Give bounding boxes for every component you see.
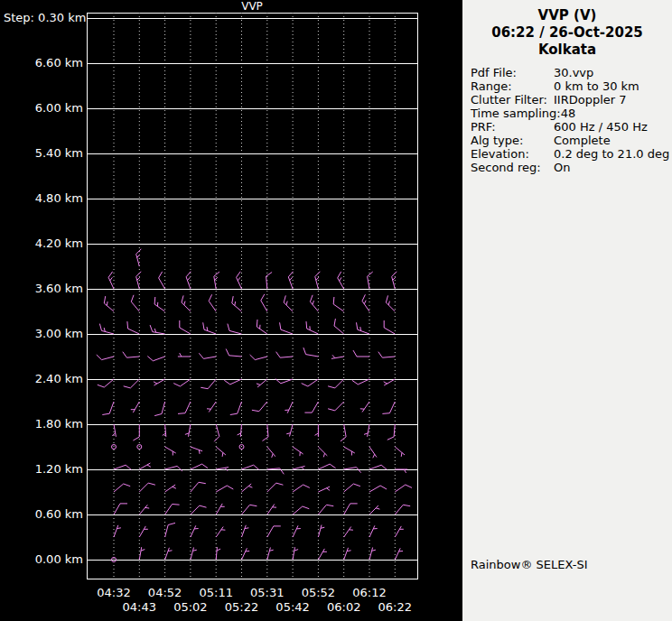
wind-barb bbox=[237, 272, 242, 289]
wind-barb bbox=[344, 484, 360, 492]
wind-barb bbox=[285, 402, 293, 413]
wind-barb bbox=[303, 348, 319, 357]
wind-barb bbox=[242, 505, 257, 514]
wind-barb bbox=[293, 506, 309, 514]
field-value: On bbox=[554, 161, 570, 174]
field-label: Second reg: bbox=[471, 161, 554, 174]
field-value: IIRDoppler 7 bbox=[554, 93, 627, 107]
wind-barb bbox=[191, 525, 199, 537]
field-row: Alg type:Complete bbox=[471, 134, 668, 147]
wind-barb bbox=[182, 295, 191, 311]
wind-barb bbox=[214, 424, 219, 441]
x-tick-label: 06:02 bbox=[327, 600, 360, 614]
field-label: Pdf File: bbox=[471, 66, 554, 79]
y-tick-label: 1.20 km bbox=[35, 462, 83, 476]
wind-barb bbox=[165, 485, 176, 492]
wind-barb bbox=[173, 379, 191, 386]
wind-barb bbox=[165, 505, 180, 515]
wind-barb bbox=[360, 402, 369, 412]
wind-barb bbox=[284, 295, 293, 311]
wind-barb bbox=[191, 505, 207, 514]
wind-barb bbox=[228, 324, 242, 334]
wind-barb bbox=[230, 402, 242, 415]
wind-barb bbox=[209, 294, 216, 311]
wind-barb bbox=[112, 424, 116, 437]
wind-barb bbox=[139, 483, 155, 492]
wind-barb bbox=[139, 505, 149, 514]
wind-barb bbox=[392, 272, 397, 289]
wind-barb bbox=[250, 355, 267, 360]
field-row: Second reg:On bbox=[471, 161, 668, 174]
wind-barb bbox=[318, 464, 335, 469]
wind-barb bbox=[98, 379, 114, 387]
wind-barb bbox=[261, 294, 267, 311]
wind-barb bbox=[267, 483, 284, 492]
wind-barb bbox=[232, 296, 242, 311]
wind-barb bbox=[178, 353, 191, 357]
chart-title: VVP bbox=[241, 0, 263, 13]
wind-barb bbox=[276, 352, 294, 358]
wind-barb bbox=[242, 548, 250, 560]
field-label: Elevation: bbox=[471, 147, 554, 161]
wind-barb bbox=[328, 379, 344, 388]
x-tick-label: 04:43 bbox=[123, 600, 156, 614]
field-value: 0.2 deg to 21.0 deg bbox=[554, 147, 669, 161]
x-tick-label: 04:32 bbox=[97, 586, 130, 599]
wind-barb bbox=[382, 402, 395, 413]
y-tick-label: 1.80 km bbox=[35, 417, 83, 431]
wind-barb bbox=[395, 505, 410, 514]
wind-barb bbox=[163, 424, 166, 437]
field-label: PRF: bbox=[471, 120, 554, 134]
wind-barb bbox=[369, 548, 376, 561]
wind-barb bbox=[203, 322, 217, 334]
wind-barb bbox=[216, 447, 226, 457]
field-row: Pdf File:30.vvp bbox=[471, 66, 668, 79]
wind-barb bbox=[341, 424, 346, 441]
wind-barb bbox=[238, 424, 242, 437]
wind-barb bbox=[333, 297, 344, 311]
wind-barb bbox=[395, 548, 403, 560]
wind-barb bbox=[267, 505, 276, 515]
wind-barb bbox=[378, 352, 396, 358]
wind-barb bbox=[263, 424, 269, 441]
wind-barb bbox=[191, 464, 208, 469]
wind-barb bbox=[267, 548, 274, 561]
wind-barb bbox=[216, 486, 233, 492]
wind-barb bbox=[364, 424, 369, 437]
wind-barb bbox=[216, 547, 220, 560]
wind-barb bbox=[99, 324, 114, 334]
field-row: PRF:600 Hz / 450 Hz bbox=[471, 120, 668, 134]
wind-barb bbox=[216, 504, 225, 514]
wind-barb bbox=[338, 272, 344, 289]
wind-barb bbox=[136, 272, 142, 289]
y-tick-label: 6.00 km bbox=[35, 101, 83, 115]
wind-barb bbox=[395, 447, 405, 457]
wind-barb bbox=[293, 447, 303, 456]
chart-frame bbox=[87, 13, 417, 579]
wind-barb bbox=[114, 525, 121, 537]
wind-barb bbox=[242, 525, 249, 537]
wind-barb bbox=[387, 424, 396, 440]
wind-barb bbox=[386, 295, 395, 311]
wind-barb bbox=[318, 447, 327, 457]
field-value: 0 km to 30 km bbox=[554, 79, 639, 93]
wind-barb bbox=[214, 272, 219, 289]
x-tick-label: 05:02 bbox=[173, 600, 207, 614]
step-label: Step: 0.30 km bbox=[4, 11, 86, 24]
wind-barb bbox=[328, 402, 344, 411]
wind-barb bbox=[139, 526, 148, 537]
vvp-chart: Step: 0.30 km6.60 km6.00 km5.40 km4.80 k… bbox=[0, 0, 462, 621]
field-value: 600 Hz / 450 Hz bbox=[554, 120, 648, 134]
wind-barb bbox=[180, 320, 191, 334]
wind-barb bbox=[178, 402, 191, 413]
wind-barb bbox=[139, 463, 151, 469]
wind-barb bbox=[191, 482, 206, 492]
wind-barb bbox=[165, 466, 182, 471]
field-label: Clutter Filter: bbox=[471, 93, 554, 107]
wind-barb bbox=[315, 272, 321, 289]
wind-barb bbox=[136, 249, 142, 266]
x-tick-label: 06:22 bbox=[378, 600, 412, 614]
wind-barb bbox=[224, 379, 241, 385]
wind-barb bbox=[334, 319, 344, 334]
x-tick-label: 05:11 bbox=[199, 586, 232, 599]
